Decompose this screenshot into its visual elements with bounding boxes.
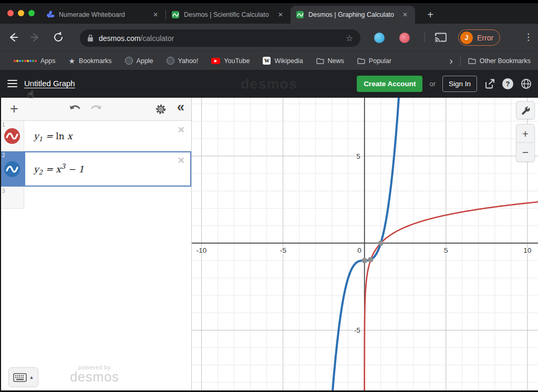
point-of-interest [362, 258, 367, 263]
youtube-icon: ▶ [211, 58, 220, 64]
bookmark-yahoo[interactable]: Yahoo! [167, 57, 199, 65]
bookmark-apps[interactable]: Apps [14, 57, 56, 65]
redo-icon[interactable] [89, 104, 103, 115]
expression-latex: y2 = x3 − 1 [34, 162, 84, 176]
browser-window: Numerade Whiteboard ✕ Desmos | Scientifi… [0, 0, 538, 392]
bookmark-label: YouTube [224, 57, 250, 65]
site-favicon [167, 57, 174, 65]
other-bookmarks[interactable]: Other Bookmarks [468, 57, 531, 65]
bookmark-apple[interactable]: Apple [125, 57, 153, 65]
wrench-icon [520, 105, 531, 116]
tab-close-icon[interactable]: ✕ [400, 10, 410, 19]
create-account-button[interactable]: Create Account [357, 76, 422, 92]
desmos-favicon [171, 11, 180, 19]
zoom-out-button[interactable]: − [516, 143, 534, 161]
expression-latex: y1 = ln x [34, 129, 73, 143]
expression-index: 2 [2, 152, 5, 158]
numerade-favicon [46, 11, 55, 19]
graph-paper[interactable]: -10-50510-55 + − [192, 98, 538, 392]
tab-desmos-graphing[interactable]: Desmos | Graphing Calculato ✕ [291, 6, 415, 24]
delete-expression-icon[interactable]: ✕ [178, 155, 185, 166]
axis-tick-label: 5 [356, 152, 360, 160]
zoom-window-button[interactable] [28, 10, 35, 16]
bookmark-youtube[interactable]: ▶ YouTube [211, 57, 250, 65]
bookmark-label: Apps [40, 57, 56, 65]
minimize-window-button[interactable] [18, 10, 24, 16]
tab-title: Desmos | Graphing Calculato [308, 11, 400, 18]
tab-title: Numerade Whiteboard [59, 11, 151, 18]
add-expression-button[interactable]: + [6, 101, 22, 117]
collapse-panel-icon[interactable]: « [177, 99, 184, 115]
or-label: or [429, 80, 436, 88]
expression-color-icon-blue[interactable] [4, 161, 20, 177]
profile-status-label: Error [477, 34, 493, 42]
help-icon[interactable]: ? [502, 78, 513, 89]
desmos-header: Untitled Graph desmos Create Account or … [0, 70, 538, 98]
close-window-button[interactable] [7, 10, 14, 16]
expression-input[interactable]: y2 = x3 − 1 ✕ [24, 151, 191, 187]
cast-icon[interactable] [434, 30, 448, 44]
toolbar-divider [425, 32, 425, 43]
profile-button[interactable]: J Error [458, 29, 500, 46]
tab-numerade[interactable]: Numerade Whiteboard ✕ [41, 6, 165, 24]
other-bookmarks-label: Other Bookmarks [480, 57, 531, 65]
keyboard-toggle-button[interactable]: ▲ [8, 367, 38, 387]
graph-settings-button[interactable] [516, 101, 535, 119]
url-path: /calculator [140, 34, 174, 43]
address-bar[interactable]: desmos.com/calculator ☆ [80, 29, 360, 47]
tab-desmos-scientific[interactable]: Desmos | Scientific Calculato ✕ [166, 6, 291, 24]
graph-canvas[interactable]: -10-50510-55 [192, 98, 538, 392]
bookmark-wikipedia[interactable]: W Wikipedia [263, 57, 303, 65]
language-globe-icon[interactable] [520, 78, 532, 90]
tab-close-icon[interactable]: ✕ [151, 10, 160, 19]
lock-icon [87, 34, 94, 42]
expression-row-3-empty[interactable]: 3 [0, 187, 191, 209]
bookmark-label: Bookmarks [79, 57, 112, 65]
expression-input[interactable]: y1 = ln x ✕ [24, 121, 191, 151]
browser-menu-icon[interactable]: ⋮ [524, 31, 533, 44]
expression-gutter[interactable]: 2 [0, 151, 24, 187]
bookmark-news[interactable]: News [316, 57, 344, 65]
back-icon[interactable] [6, 30, 20, 44]
tab-title: Desmos | Scientific Calculato [184, 11, 276, 18]
expression-gutter[interactable]: 1 [0, 121, 24, 151]
folder-icon [468, 58, 476, 64]
axis-tick-label: 10 [523, 246, 531, 254]
tab-close-icon[interactable]: ✕ [276, 10, 285, 19]
expression-gutter[interactable]: 3 [0, 187, 24, 209]
zoom-in-button[interactable]: + [516, 125, 534, 143]
wikipedia-icon: W [263, 57, 271, 65]
avatar: J [460, 32, 473, 44]
extension-icon-red[interactable] [399, 33, 410, 43]
keyboard-icon [13, 373, 27, 382]
expression-index: 1 [2, 122, 5, 128]
axis-tick-label: 5 [444, 246, 448, 254]
delete-expression-icon[interactable]: ✕ [178, 125, 185, 136]
folder-icon [316, 58, 324, 64]
sign-in-button[interactable]: Sign In [442, 76, 477, 92]
bookmarks-bar: Apps ★ Bookmarks Apple Yahoo! ▶ YouTube … [0, 51, 538, 70]
forward-icon[interactable] [28, 30, 42, 44]
expression-row-1[interactable]: 1 y1 = ln x ✕ [0, 121, 191, 151]
undo-icon[interactable] [68, 104, 82, 115]
bookmark-label: Wikipedia [274, 57, 303, 65]
bookmark-label: Apple [137, 57, 153, 65]
apps-grid-icon [14, 60, 37, 62]
powered-by-watermark: powered by desmos [58, 364, 131, 385]
new-tab-button[interactable]: + [423, 8, 438, 23]
expression-input[interactable] [24, 187, 191, 209]
zoom-controls: + − [516, 124, 535, 162]
expression-row-2-selected[interactable]: 2 y2 = x3 − 1 ✕ [0, 151, 191, 187]
tabs: Numerade Whiteboard ✕ Desmos | Scientifi… [41, 6, 415, 24]
settings-gear-icon[interactable] [154, 103, 167, 116]
bookmarks-overflow-chevron[interactable]: › [449, 57, 452, 65]
expression-color-icon-red[interactable] [4, 128, 20, 144]
axis-tick-label: 0 [357, 246, 361, 254]
reload-icon[interactable] [51, 30, 65, 44]
bookmark-star-icon[interactable]: ☆ [346, 33, 353, 43]
browser-toolbar: desmos.com/calculator ☆ J Error ⋮ [0, 24, 538, 51]
bookmark-bookmarks[interactable]: ★ Bookmarks [69, 57, 112, 65]
share-icon[interactable] [484, 78, 495, 90]
extension-icon-blue[interactable] [374, 33, 385, 43]
bookmark-popular[interactable]: Popular [357, 57, 391, 65]
